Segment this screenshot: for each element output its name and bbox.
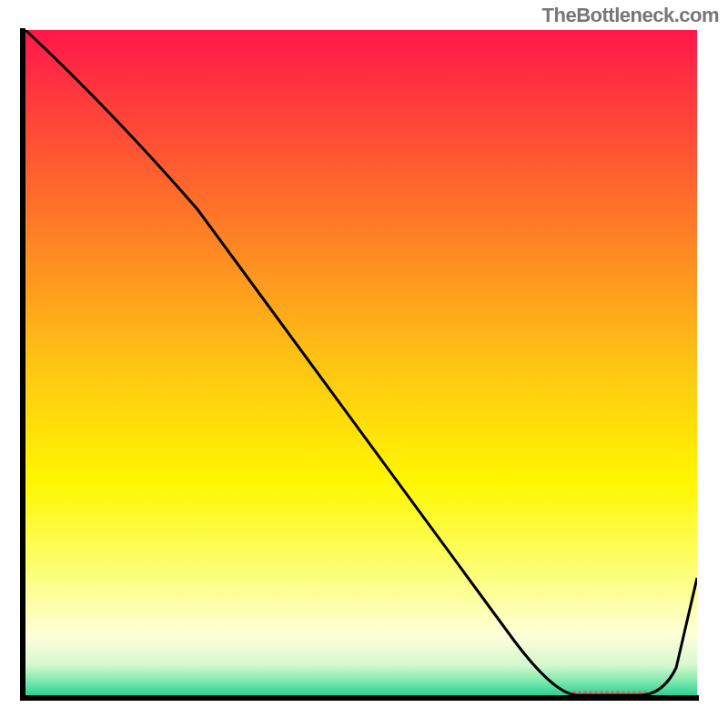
watermark-text: TheBottleneck.com bbox=[542, 4, 719, 27]
bottleneck-chart bbox=[0, 0, 728, 728]
chart-container: TheBottleneck.com bbox=[0, 0, 728, 728]
